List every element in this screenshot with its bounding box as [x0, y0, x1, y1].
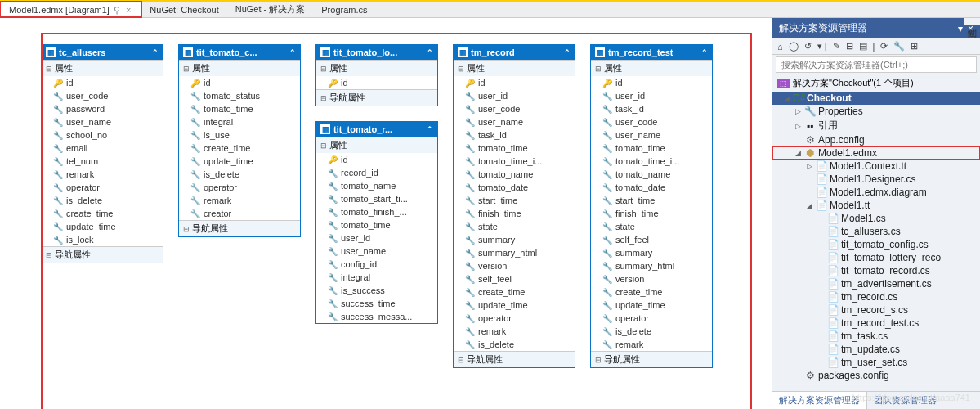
entity-property[interactable]: 🔧state: [454, 220, 575, 233]
entity-property[interactable]: 🔧tomato_date: [454, 181, 575, 194]
entity-property[interactable]: 🔑id: [316, 153, 437, 166]
tree-context-tt[interactable]: ▷📄Model1.Context.tt: [772, 160, 980, 173]
entity-property[interactable]: 🔧user_name: [591, 128, 712, 142]
bottom-tab-team[interactable]: 团队资源管理器: [867, 392, 943, 409]
props-section[interactable]: ⊟属性: [454, 60, 575, 76]
entity-property[interactable]: 🔑id: [591, 76, 712, 89]
entity-property[interactable]: 🔧finish_time: [454, 207, 575, 220]
entity-property[interactable]: 🔧integral: [316, 271, 437, 284]
entity-property[interactable]: 🔧user_code: [454, 102, 575, 115]
entity-property[interactable]: 🔧operator: [179, 181, 300, 194]
nav-section[interactable]: ⊟导航属性: [316, 89, 437, 106]
chevron-up-icon[interactable]: ⌃: [427, 125, 433, 133]
entity-property[interactable]: 🔧tomato_date: [591, 181, 712, 194]
entity-property[interactable]: 🔧remark: [591, 338, 712, 351]
entity-header[interactable]: ▦tc_allusers⌃: [42, 45, 163, 60]
entity-property[interactable]: 🔧summary: [454, 233, 575, 246]
entity-property[interactable]: 🔧password: [42, 102, 163, 115]
entity-property[interactable]: 🔧remark: [42, 168, 163, 181]
entity-property[interactable]: 🔧summary_html: [454, 246, 575, 259]
entity-property[interactable]: 🔧user_id: [316, 231, 437, 245]
props-section[interactable]: ⊟属性: [316, 137, 437, 153]
entity-property[interactable]: 🔧version: [591, 272, 712, 285]
props-section[interactable]: ⊟属性: [591, 60, 712, 76]
entity-property[interactable]: 🔧success_messa...: [316, 310, 437, 323]
entity-property[interactable]: 🔧record_id: [316, 166, 437, 179]
entity-property[interactable]: 🔧tomato_time: [591, 142, 712, 155]
view-icon[interactable]: ▤: [859, 41, 867, 52]
entity-property[interactable]: 🔧school_no: [42, 128, 163, 142]
entity-property[interactable]: 🔧remark: [179, 194, 300, 207]
chevron-up-icon[interactable]: ⌃: [701, 48, 708, 56]
tree-packages[interactable]: ⚙packages.config: [772, 369, 980, 382]
project-node[interactable]: ◢C# Checkout: [772, 92, 980, 105]
entity-property[interactable]: 🔧start_time: [591, 194, 712, 207]
entity-property[interactable]: 🔧is_delete: [591, 325, 712, 338]
chevron-up-icon[interactable]: ⌃: [564, 48, 571, 56]
wrench-icon[interactable]: 🔧: [893, 41, 905, 52]
entity-property[interactable]: 🔧remark: [454, 325, 575, 338]
entity-property[interactable]: 🔧is_use: [179, 128, 300, 142]
entity-property[interactable]: 🔧email: [42, 142, 163, 155]
entity-property[interactable]: 🔧version: [454, 259, 575, 272]
edmx-designer-canvas[interactable]: ▦tc_allusers⌃⊟属性🔑id🔧user_code🔧password🔧u…: [0, 18, 772, 409]
props-section[interactable]: ⊟属性: [179, 60, 300, 76]
entity-property[interactable]: 🔧operator: [591, 312, 712, 325]
nav-section[interactable]: ⊟导航属性: [591, 351, 712, 367]
entity-property[interactable]: 🔧operator: [454, 312, 575, 325]
tree-model-edmx[interactable]: ◢⬢Model1.edmx: [772, 146, 980, 160]
entity-property[interactable]: 🔧summary: [591, 246, 712, 259]
tree-cs-file[interactable]: 📄Model1.cs: [772, 212, 980, 225]
tree-cs-file[interactable]: 📄tm_user_set.cs: [772, 356, 980, 369]
tree-cs-file[interactable]: 📄tm_advertisement.cs: [772, 277, 980, 290]
entity-property[interactable]: 🔧start_time: [454, 194, 575, 207]
entity-property[interactable]: 🔧tomato_time: [454, 142, 575, 155]
search-input[interactable]: [776, 56, 977, 73]
tab-model-edmx[interactable]: Model1.edmx [Diagram1] ⚲ ×: [0, 2, 141, 17]
entity-property[interactable]: 🔧finish_time: [591, 207, 712, 220]
nav-section[interactable]: ⊟导航属性: [42, 246, 163, 263]
tree-diagram[interactable]: 📄Model1.edmx.diagram: [772, 186, 980, 199]
entity-property[interactable]: 🔧task_id: [591, 102, 712, 115]
entity-property[interactable]: 🔧operator: [42, 181, 163, 194]
entity-property[interactable]: 🔧create_time: [42, 207, 163, 220]
side-tab-properties[interactable]: 副性: [964, 18, 980, 25]
tree-cs-file[interactable]: 📄tm_record_s.cs: [772, 303, 980, 317]
entity-property[interactable]: 🔧tomato_name: [316, 179, 437, 192]
entity-tit_tomato_r...[interactable]: ▦tit_tomato_r...⌃⊟属性🔑id🔧record_id🔧tomato…: [315, 121, 438, 324]
entity-property[interactable]: 🔧creator: [179, 207, 300, 220]
entity-tit_tomato_c...[interactable]: ▦tit_tomato_c...⌃⊟属性🔑id🔧tomato_status🔧to…: [178, 44, 301, 237]
tab-nuget-checkout[interactable]: NuGet: Checkout: [141, 2, 226, 17]
pin-icon[interactable]: ⚲: [114, 5, 120, 16]
home-icon[interactable]: ⌂: [777, 42, 783, 52]
bottom-tab-solution[interactable]: 解决方案资源管理器: [772, 392, 867, 409]
entity-property[interactable]: 🔧user_name: [454, 115, 575, 128]
tree-model-tt[interactable]: ◢📄Model1.tt: [772, 199, 980, 212]
entity-property[interactable]: 🔧is_success: [316, 284, 437, 297]
tree-appconfig[interactable]: ⚙App.config: [772, 133, 980, 146]
pen-icon[interactable]: ✎: [833, 41, 840, 52]
entity-property[interactable]: 🔑id: [454, 76, 575, 89]
entity-property[interactable]: 🔑id: [316, 76, 437, 89]
tree-cs-file[interactable]: 📄tc_allusers.cs: [772, 225, 980, 238]
tree-references[interactable]: ▷▪▪引用: [772, 118, 980, 133]
entity-property[interactable]: 🔧is_delete: [179, 168, 300, 181]
entity-property[interactable]: 🔧update_time: [454, 299, 575, 312]
entity-property[interactable]: 🔧tomato_name: [454, 168, 575, 181]
back-icon[interactable]: ◯: [789, 41, 799, 52]
entity-property[interactable]: 🔧tomato_start_ti...: [316, 192, 437, 205]
tab-program-cs[interactable]: Program.cs: [313, 2, 375, 17]
tree-cs-file[interactable]: 📄tm_task.cs: [772, 330, 980, 343]
entity-property[interactable]: 🔧tomato_time_i...: [591, 155, 712, 168]
entity-property[interactable]: 🔧tomato_time_i...: [454, 155, 575, 168]
entity-property[interactable]: 🔧user_name: [42, 115, 163, 128]
tab-nuget-solution[interactable]: NuGet - 解决方案: [227, 2, 314, 17]
tree-cs-file[interactable]: 📄tm_record_test.cs: [772, 317, 980, 330]
entity-property[interactable]: 🔧update_time: [42, 220, 163, 233]
entity-property[interactable]: 🔧success_time: [316, 297, 437, 310]
entity-property[interactable]: 🔧self_feel: [454, 272, 575, 285]
entity-property[interactable]: 🔧user_name: [316, 245, 437, 258]
entity-property[interactable]: 🔧create_time: [591, 285, 712, 299]
nav-section[interactable]: ⊟导航属性: [179, 220, 300, 236]
entity-header[interactable]: ▦tm_record⌃: [454, 45, 575, 60]
